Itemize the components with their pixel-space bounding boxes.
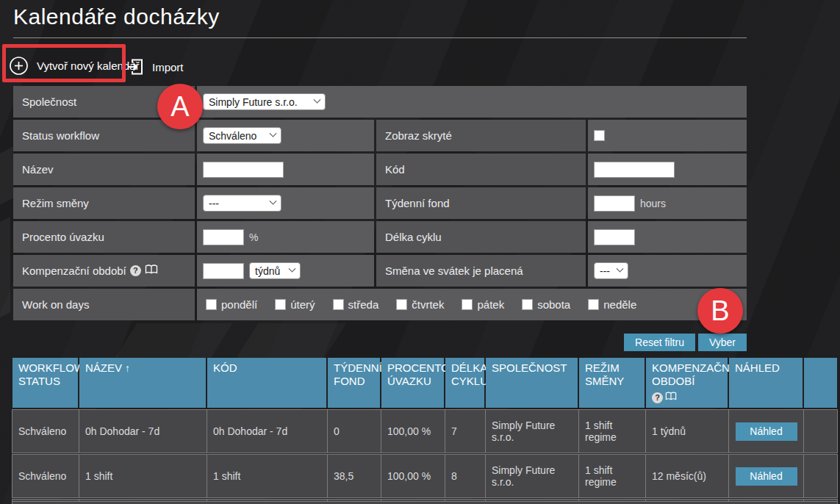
sort-ascending-icon: ↑ — [125, 361, 130, 375]
reset-filter-button[interactable]: Reset filtru — [624, 334, 695, 351]
delka-cyklu-input[interactable] — [594, 229, 635, 245]
kompenzacni-obdobi-unit-value: týdnů — [255, 265, 280, 277]
day-label: pondělí — [221, 298, 257, 311]
chevron-down-icon — [314, 96, 321, 104]
procento-uvazku-unit: % — [249, 231, 258, 243]
cell-nazev: 1 shift — [79, 455, 207, 497]
smena-svatek-label: Směna ve svátek je placená — [376, 255, 586, 287]
header-tydenni-fond[interactable]: TÝDENNÍ FOND — [328, 358, 381, 408]
zobraz-skryte-checkbox[interactable] — [594, 130, 605, 141]
header-procento-uvazku[interactable]: PROCENTO ÚVAZKU — [381, 358, 445, 408]
procento-uvazku-input[interactable] — [203, 229, 244, 245]
work-on-days-label: Work on days — [13, 289, 195, 320]
day-checkbox-sobota[interactable] — [522, 299, 533, 310]
calendars-table: WORKFLOW STATUS NÁZEV ↑ KÓD TÝDENNÍ FOND… — [12, 358, 837, 504]
day-checkbox-streda[interactable] — [333, 299, 344, 310]
cell-rezim-smeny: 1 shift regime — [579, 455, 646, 497]
header-nazev[interactable]: NÁZEV ↑ — [79, 358, 207, 408]
tydenni-fond-label: Týdenní fond — [376, 187, 586, 219]
kod-label: Kód — [376, 154, 586, 185]
preview-button[interactable]: Náhled — [736, 467, 797, 486]
cell-rezim-smeny: 1 shift regime — [579, 410, 646, 453]
book-icon[interactable] — [145, 264, 158, 277]
status-workflow-select[interactable]: Schváleno — [203, 127, 281, 144]
cell-empty — [804, 410, 837, 453]
smena-svatek-selected-value: --- — [600, 265, 610, 277]
cell-procento-uvazku: 100,00 % — [381, 455, 445, 497]
cell-kompenzacni-obdobi: 1 týdnů — [646, 410, 729, 453]
cell-nazev: 0h Dohodar - 7d — [79, 410, 207, 453]
header-kod[interactable]: KÓD — [207, 358, 328, 408]
partial-table-row — [12, 501, 837, 504]
day-label: středa — [348, 298, 379, 311]
header-delka-cyklu[interactable]: DÉLKA CYKLU — [445, 358, 486, 408]
filter-actions: Reset filtru Vyber — [13, 334, 747, 351]
table-row: Schváleno 0h Dohodar - 7d 0h Dohodar - 7… — [12, 410, 837, 453]
filter-row-kompenzacni-svatek: Kompenzační období ? týdnů Směna ve svát… — [13, 255, 747, 287]
chevron-down-icon — [270, 198, 277, 205]
cell-delka-cyklu: 8 — [445, 455, 486, 497]
help-icon[interactable]: ? — [130, 265, 141, 276]
header-nazev-label: NÁZEV — [85, 361, 122, 375]
cell-delka-cyklu: 7 — [445, 410, 486, 453]
day-checkbox-utery[interactable] — [275, 299, 286, 310]
table-row: Schváleno 1 shift 1 shift 38,5 100,00 % … — [12, 455, 837, 497]
cell-kompenzacni-obdobi: 12 měsíc(ů) — [646, 455, 729, 497]
tydenni-fond-input[interactable] — [594, 195, 635, 212]
day-label: pátek — [477, 298, 504, 311]
background-streak — [0, 146, 13, 206]
filter-panel: Společnost Simply Future s.r.o. Status w… — [13, 86, 747, 320]
header-spolecnost[interactable]: SPOLEČNOST — [486, 358, 579, 408]
day-checkbox-nedele[interactable] — [588, 299, 599, 310]
cell-workflow-status: Schváleno — [12, 455, 79, 497]
annotation-highlight-box — [2, 44, 126, 82]
header-empty — [804, 358, 837, 408]
help-icon[interactable]: ? — [652, 392, 663, 403]
header-rezim-smeny[interactable]: REŽIM SMĚNY — [579, 358, 646, 408]
rezim-smeny-select[interactable]: --- — [203, 195, 281, 212]
tydenni-fond-unit: hours — [640, 198, 666, 209]
cell-tydenni-fond: 38,5 — [328, 455, 381, 497]
header-kompenzacni-obdobi[interactable]: KOMPENZAČNÍ OBDOBÍ ? — [646, 358, 729, 408]
nazev-input[interactable] — [203, 162, 284, 178]
table-header-row: WORKFLOW STATUS NÁZEV ↑ KÓD TÝDENNÍ FOND… — [12, 358, 837, 408]
kompenzacni-obdobi-unit-select[interactable]: týdnů — [249, 262, 301, 279]
filter-row-status: Status workflow Schváleno Zobraz skryté — [13, 120, 747, 151]
cell-empty — [804, 455, 837, 497]
filter-row-rezim-fond: Režim směny --- Týdenní fond hours — [13, 187, 747, 219]
smena-svatek-select[interactable]: --- — [594, 262, 628, 279]
preview-button[interactable]: Náhled — [736, 422, 797, 441]
annotation-marker-b: B — [697, 288, 743, 334]
header-workflow-status[interactable]: WORKFLOW STATUS — [12, 358, 79, 408]
day-checkbox-ctvrtek[interactable] — [396, 299, 407, 310]
spolecnost-selected-value: Simply Future s.r.o. — [209, 96, 298, 108]
day-label: čtvrtek — [412, 298, 444, 311]
zobraz-skryte-label: Zobraz skryté — [376, 120, 586, 151]
day-label: úterý — [290, 298, 315, 311]
kod-input[interactable] — [594, 162, 675, 178]
day-label: neděle — [603, 298, 636, 311]
spolecnost-select[interactable]: Simply Future s.r.o. — [203, 93, 326, 110]
procento-uvazku-label: Procento úvazku — [13, 221, 195, 253]
cell-kod: 1 shift — [207, 455, 328, 497]
nazev-label: Název — [13, 154, 195, 185]
day-checkbox-pondeli[interactable] — [206, 299, 217, 310]
cell-kod: 0h Dohodar - 7d — [207, 410, 328, 453]
kompenzacni-obdobi-input[interactable] — [203, 263, 244, 279]
annotation-marker-a: A — [157, 84, 203, 129]
header-nahled: NÁHLED — [729, 358, 804, 408]
delka-cyklu-label: Délka cyklu — [376, 221, 586, 253]
page-title: Kalendáře docházky — [13, 4, 220, 29]
rezim-smeny-selected-value: --- — [209, 198, 219, 209]
status-workflow-selected-value: Schváleno — [209, 130, 256, 142]
rezim-smeny-label: Režim směny — [13, 187, 195, 219]
filter-row-spolecnost: Společnost Simply Future s.r.o. — [13, 86, 747, 118]
title-separator — [13, 37, 747, 38]
book-icon[interactable] — [665, 391, 677, 404]
import-label: Import — [152, 61, 184, 73]
select-button[interactable]: Vyber — [698, 334, 747, 351]
cell-spolecnost: Simply Future s.r.o. — [486, 455, 579, 497]
day-checkbox-patek[interactable] — [462, 299, 473, 310]
import-button[interactable]: Import — [126, 56, 184, 78]
cell-procento-uvazku: 100,00 % — [381, 410, 445, 453]
